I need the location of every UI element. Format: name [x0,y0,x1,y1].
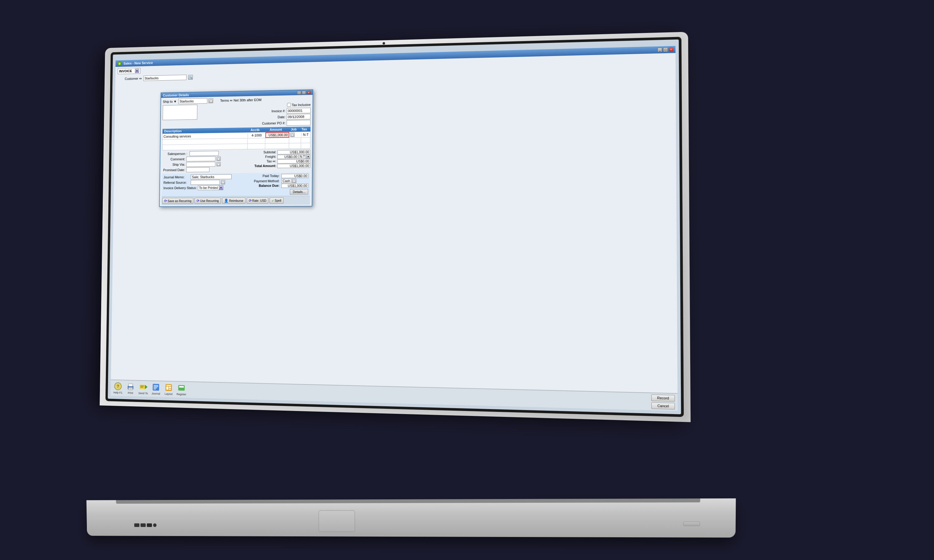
payment-method-row: Cash 📋 [281,178,308,183]
register-label: Register [177,392,186,396]
invoice-num-label: Invoice #: [271,109,285,113]
spell-button[interactable]: ✓ Spell [270,198,283,204]
svg-rect-11 [140,386,144,386]
customer-po-input[interactable] [287,120,310,126]
payment-method-icon[interactable]: 📋 [292,178,296,183]
referral-icon[interactable]: 📋 [221,180,225,185]
toolbar-layout[interactable]: Layout [164,383,174,396]
promised-date-input[interactable] [186,168,210,172]
svg-marker-10 [145,385,148,389]
toolbar-send-to[interactable]: Send To [138,383,148,395]
record-button[interactable]: Record [651,394,675,402]
comment-label: Comment: [162,157,185,161]
invoice-dropdown-arrow[interactable]: ▼ [135,69,139,73]
details-button[interactable]: Details... [290,189,308,195]
inner-minimize-btn[interactable]: _ [297,91,301,95]
comment-icon[interactable]: 📋 [217,157,221,161]
svg-rect-12 [140,387,143,387]
left-bottom-fields: Salesperson : Comment: 📋 [162,151,249,173]
svg-rect-15 [154,386,158,387]
save-recurring-icon: ⟳ [164,199,167,203]
invoice-delivery-label: Invoice Delivery Status: [163,186,197,190]
comment-input[interactable] [186,157,216,162]
layout-label: Layout [165,392,173,395]
freight-dropdown[interactable]: ▼ [306,154,310,158]
salesperson-input[interactable] [190,151,219,156]
svg-rect-16 [154,387,157,388]
inner-maximize-btn[interactable]: □ [302,91,306,95]
totals-area: Subtotal: US$1,000.00 Freight: US$0.00 N… [254,150,310,172]
inner-close-btn[interactable]: × [307,91,311,94]
toolbar-print[interactable]: Print [125,382,136,395]
rate-usd-button[interactable]: ⟳ Rate: USD [247,198,268,204]
inner-window: Customer Details _ □ × [159,89,313,207]
job-icon-1[interactable]: 📋 [290,132,295,137]
spell-label: Spell [274,199,281,202]
ship-to-input[interactable] [179,98,207,104]
customer-input[interactable] [143,75,186,81]
laptop-hinge [116,498,700,504]
invoice-num-input[interactable] [287,108,311,114]
invoice-delivery-value: To be Printed [198,186,219,190]
payment-section: Paid Today: US$0.00 Payment Method: Cash [248,174,308,195]
cancel-button[interactable]: Cancel [651,402,675,409]
date-label: Date: [278,115,285,119]
customer-label: Customer ⇔ [118,77,142,81]
freight-label: Freight: [254,155,276,159]
journal-memo-label: Journal Memo: [163,175,190,179]
details-btn-area: Details... [248,189,308,195]
svg-rect-5 [129,384,133,386]
address-textarea[interactable] [162,105,197,120]
help-icon: ? [113,382,123,391]
inner-title-buttons: _ □ × [297,91,311,95]
journal-icon [151,383,161,392]
ship-via-icon[interactable]: 📋 [216,162,220,166]
toolbar-register[interactable]: Register [177,384,186,396]
laptop-wrapper: $ Sales - New Service _ □ × [62,23,872,537]
svg-rect-23 [179,385,185,391]
trackpad[interactable] [319,510,355,532]
help-label: Help F1 [113,391,122,394]
toolbar-help[interactable]: ? Help F1 [113,382,123,394]
line-amount-1[interactable]: US$1,000.00 [265,132,289,138]
invoice-delivery-select[interactable]: To be Printed ▼ [198,185,223,190]
usb-ports [134,523,157,527]
promised-date-label: Promised Date: [162,168,185,172]
invoice-type-select[interactable]: INVOICE ▼ [118,68,140,74]
date-input[interactable] [287,114,311,120]
use-recurring-icon: ⟳ [196,199,200,203]
ship-to-icon[interactable]: 📋 [209,98,213,103]
customer-lookup-btn[interactable]: 🔍 [188,75,193,80]
layout-icon [164,383,174,392]
toolbar-journal[interactable]: Journal [151,383,161,395]
journal-memo-input[interactable] [191,174,232,180]
save-recurring-button[interactable]: ⟳ Save as Recurring [162,198,194,204]
paid-today-label: Paid Today: [249,174,280,178]
line-tax-1: N-T [301,132,310,137]
right-fields: Tax Inclusive Invoice #: [200,102,311,127]
tax-inclusive-checkbox[interactable] [287,103,291,107]
line-acctb-1: 4-1000 [248,133,265,137]
minimize-button[interactable]: _ [658,48,662,52]
tax-value: US$0.00 [277,159,310,164]
balance-due-label: Balance Due: [248,183,279,188]
reimburse-button[interactable]: 👤 Reimburse [222,198,245,204]
power-button[interactable] [683,522,700,526]
use-recurring-button[interactable]: ⟳ Use Recurring [194,198,221,204]
customer-po-label: Customer PO #: [262,122,285,125]
rate-usd-icon: ⟳ [249,198,252,203]
terms-label: Terms ⇔ [220,98,233,102]
svg-rect-26 [181,388,182,389]
referral-source-input[interactable] [191,180,220,185]
svg-rect-24 [179,386,184,388]
record-cancel-area: Record Cancel [651,394,675,409]
svg-rect-25 [179,388,180,389]
main-content: INVOICE ▼ Customer ⇔ 🔍 [111,53,677,411]
salesperson-label: Salesperson [162,152,185,155]
delivery-dropdown-arrow[interactable]: ▼ [219,185,223,190]
close-button[interactable]: × [669,47,674,52]
ship-via-input[interactable] [186,162,216,167]
maximize-button[interactable]: □ [663,47,668,52]
reimburse-icon: 👤 [224,198,228,203]
total-label: Total Amount: [254,164,276,168]
